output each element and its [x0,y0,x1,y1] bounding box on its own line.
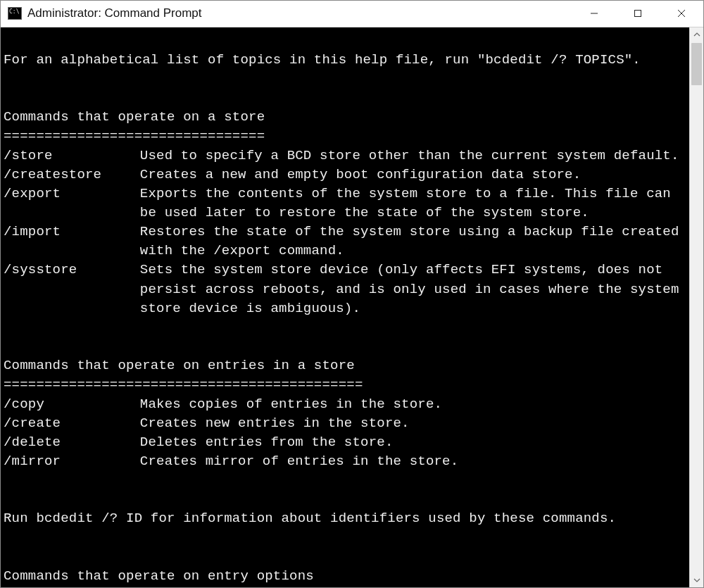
window-frame: Administrator: Command Prompt For an alp… [0,0,704,588]
cmd-row: /deleteDeletes entries from the store. [4,433,686,452]
cmd-row: /sysstoreSets the system store device (o… [4,261,686,318]
window-body: For an alphabetical list of topics in th… [1,27,703,587]
cmd-desc: Makes copies of entries in the store. [140,395,686,414]
cmd-desc: Creates a new and empty boot configurati… [140,165,686,184]
cmd-row: /importRestores the state of the system … [4,223,686,261]
cmd-name: /create [4,414,140,433]
window-title: Administrator: Command Prompt [27,6,202,20]
intro-line: For an alphabetical list of topics in th… [4,51,686,70]
section-underline: ========================================… [4,375,686,394]
cmd-name: /copy [4,395,140,414]
cmd-row: /storeUsed to specify a BCD store other … [4,146,686,165]
app-icon [8,7,22,20]
minimize-button[interactable] [572,1,616,27]
cmd-desc: Exports the contents of the system store… [140,184,686,223]
scroll-up-button[interactable] [690,27,703,42]
cmd-desc: Sets the system store device (only affec… [140,261,686,318]
cmd-name: /store [4,146,140,165]
cmd-desc: Restores the state of the system store u… [140,223,686,261]
cmd-row: /exportExports the contents of the syste… [4,184,686,223]
vertical-scrollbar[interactable] [689,27,703,587]
cmd-row: /createstoreCreates a new and empty boot… [4,165,686,184]
section-underline: ================================ [4,127,686,146]
scroll-down-button[interactable] [690,573,703,587]
window-controls [572,1,703,27]
cmd-desc: Used to specify a BCD store other than t… [140,146,686,165]
cmd-name: /mirror [4,452,140,471]
cmd-name: /export [4,184,140,204]
section-heading: Commands that operate on a store [4,108,686,127]
cmd-row: /mirrorCreates mirror of entries in the … [4,452,686,471]
terminal-output[interactable]: For an alphabetical list of topics in th… [1,27,689,587]
section-heading: Commands that operate on entry options [4,567,686,586]
cmd-name: /createstore [4,165,140,184]
section-heading: Commands that operate on entries in a st… [4,356,686,375]
maximize-button[interactable] [616,1,660,27]
titlebar[interactable]: Administrator: Command Prompt [1,1,703,27]
cmd-row: /copyMakes copies of entries in the stor… [4,395,686,414]
cmd-row: /createCreates new entries in the store. [4,414,686,433]
svg-rect-1 [635,11,641,17]
cmd-desc: Creates new entries in the store. [140,414,686,433]
section-underline: ====================================== [4,586,686,587]
cmd-desc: Deletes entries from the store. [140,433,686,452]
scrollbar-thumb[interactable] [691,43,702,85]
cmd-name: /delete [4,433,140,452]
cmd-desc: Creates mirror of entries in the store. [140,452,686,471]
cmd-name: /sysstore [4,261,140,280]
cmd-name: /import [4,223,140,242]
section-footer: Run bcdedit /? ID for information about … [4,509,686,528]
close-button[interactable] [660,1,703,27]
